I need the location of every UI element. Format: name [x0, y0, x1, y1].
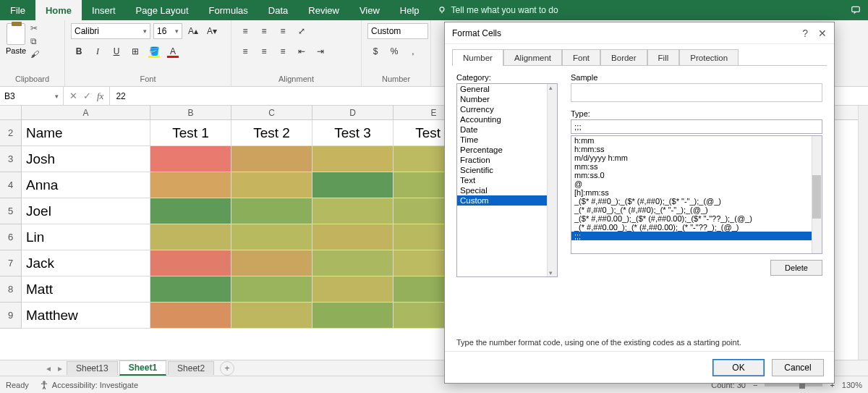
sheet-nav-next-icon[interactable]: ▸ — [55, 363, 65, 373]
category-item[interactable]: Percentage — [457, 145, 557, 155]
cell-heatmap[interactable] — [312, 224, 393, 250]
category-item[interactable]: Time — [457, 135, 557, 145]
cell-heatmap[interactable] — [312, 276, 393, 303]
name-box[interactable]: B3▾ — [0, 87, 64, 105]
tab-home[interactable]: Home — [35, 0, 82, 20]
font-name-combo[interactable]: Calibri▾ — [71, 23, 150, 39]
align-right-icon[interactable]: ≡ — [275, 43, 291, 59]
accessibility-status[interactable]: Accessibility: Investigate — [39, 380, 138, 390]
format-code-item[interactable]: mm:ss.0 — [571, 171, 822, 179]
dlg-tab-font[interactable]: Font — [562, 49, 600, 66]
align-middle-icon[interactable]: ≡ — [256, 23, 272, 39]
cancel-button[interactable]: Cancel — [772, 359, 824, 376]
row-header-2[interactable]: 2 — [0, 120, 22, 146]
cell-heatmap[interactable] — [312, 172, 393, 198]
row-header-8[interactable]: 8 — [0, 276, 22, 303]
align-bottom-icon[interactable]: ≡ — [275, 23, 291, 39]
cell-heatmap[interactable] — [150, 172, 231, 198]
dlg-tab-alignment[interactable]: Alignment — [503, 49, 562, 66]
cell-heatmap[interactable] — [150, 224, 231, 250]
tab-formulas[interactable]: Formulas — [199, 0, 258, 20]
cell-heatmap[interactable] — [312, 198, 393, 224]
cell-heatmap[interactable] — [231, 224, 312, 250]
format-code-item[interactable]: _($* #,##0_);_($* (#,##0);_($* "-"_);_(@… — [571, 197, 822, 206]
category-item[interactable]: Currency — [457, 104, 557, 114]
currency-icon[interactable]: $ — [367, 43, 383, 59]
vertical-scrollbar[interactable] — [858, 106, 868, 360]
cell-header[interactable]: Test 3 — [312, 120, 393, 146]
cell-name[interactable]: Lin — [22, 224, 150, 250]
category-listbox[interactable]: GeneralNumberCurrencyAccountingDateTimeP… — [456, 83, 558, 277]
underline-button[interactable]: U — [109, 43, 124, 59]
cell-name[interactable]: Matthew — [22, 303, 150, 329]
format-code-item[interactable]: mm:ss — [571, 162, 822, 171]
row-header-4[interactable]: 4 — [0, 172, 22, 198]
category-item[interactable]: Special — [457, 185, 557, 195]
category-item[interactable]: Number — [457, 94, 557, 104]
tab-file[interactable]: File — [0, 0, 35, 20]
format-code-item[interactable]: [h]:mm:ss — [571, 188, 822, 197]
cell-heatmap[interactable] — [312, 146, 393, 172]
orientation-icon[interactable]: ⤢ — [294, 23, 310, 39]
cell-header[interactable]: Test 1 — [150, 120, 231, 146]
listbox-scrollbar[interactable] — [547, 84, 557, 276]
row-header-3[interactable]: 3 — [0, 146, 22, 172]
format-code-item[interactable]: h:mm — [571, 136, 822, 145]
cell-name[interactable]: Jack — [22, 250, 150, 276]
fx-icon[interactable]: fx — [97, 90, 103, 102]
format-code-item[interactable]: _(* #,##0.00_);_(* (#,##0.00);_(* "-"??_… — [571, 223, 822, 232]
cell-heatmap[interactable] — [150, 276, 231, 303]
sheet-tab-sheet2[interactable]: Sheet2 — [168, 361, 214, 375]
cell-heatmap[interactable] — [150, 303, 231, 329]
bold-button[interactable]: B — [71, 43, 87, 59]
col-header-D[interactable]: D — [312, 106, 393, 119]
format-code-item[interactable]: _(* #,##0_);_(* (#,##0);_(* "-"_);_(@_) — [571, 206, 822, 214]
type-input[interactable]: ;;; — [571, 119, 822, 134]
category-item[interactable]: Fraction — [457, 155, 557, 165]
number-format-combo[interactable]: Custom — [367, 23, 428, 39]
tab-insert[interactable]: Insert — [82, 0, 126, 20]
cell-heatmap[interactable] — [312, 303, 393, 329]
comments-icon[interactable] — [851, 5, 861, 15]
paste-button[interactable]: Paste — [6, 23, 26, 59]
tab-page-layout[interactable]: Page Layout — [126, 0, 199, 20]
zoom-slider[interactable] — [765, 384, 822, 386]
category-item[interactable]: General — [457, 84, 557, 94]
cell-heatmap[interactable] — [231, 146, 312, 172]
cell-heatmap[interactable] — [231, 303, 312, 329]
copy-icon[interactable]: ⧉ — [30, 36, 39, 46]
cell-heatmap[interactable] — [150, 198, 231, 224]
cell-heatmap[interactable] — [231, 172, 312, 198]
dlg-tab-protection[interactable]: Protection — [679, 49, 739, 66]
format-code-item[interactable]: @ — [571, 179, 822, 188]
row-header-7[interactable]: 7 — [0, 250, 22, 276]
tab-review[interactable]: Review — [298, 0, 349, 20]
category-item[interactable]: Scientific — [457, 165, 557, 175]
scrollbar-thumb[interactable] — [812, 175, 821, 219]
delete-button[interactable]: Delete — [770, 260, 822, 276]
font-color-button[interactable]: A — [165, 43, 181, 59]
cell-name[interactable]: Anna — [22, 172, 150, 198]
cell-heatmap[interactable] — [231, 250, 312, 276]
row-header-9[interactable]: 9 — [0, 303, 22, 329]
font-size-combo[interactable]: 16▾ — [153, 23, 182, 39]
cell-header[interactable]: Name — [22, 120, 150, 146]
cell-heatmap[interactable] — [312, 250, 393, 276]
ok-button[interactable]: OK — [712, 359, 765, 376]
cut-icon[interactable]: ✂ — [30, 23, 39, 33]
row-header-6[interactable]: 6 — [0, 224, 22, 250]
cell-heatmap[interactable] — [231, 276, 312, 303]
add-sheet-button[interactable]: + — [220, 361, 234, 376]
cell-name[interactable]: Joel — [22, 198, 150, 224]
comma-icon[interactable]: , — [405, 43, 421, 59]
category-item[interactable]: Accounting — [457, 114, 557, 124]
cell-name[interactable]: Josh — [22, 146, 150, 172]
col-header-C[interactable]: C — [231, 106, 312, 119]
dlg-tab-fill[interactable]: Fill — [647, 49, 680, 66]
align-top-icon[interactable]: ≡ — [237, 23, 253, 39]
format-code-item[interactable]: ;;; — [571, 232, 822, 240]
category-item[interactable]: Text — [457, 175, 557, 185]
select-all-triangle[interactable] — [0, 106, 22, 119]
dialog-titlebar[interactable]: Format Cells ? ✕ — [445, 22, 834, 44]
accept-formula-icon[interactable]: ✓ — [83, 90, 91, 101]
